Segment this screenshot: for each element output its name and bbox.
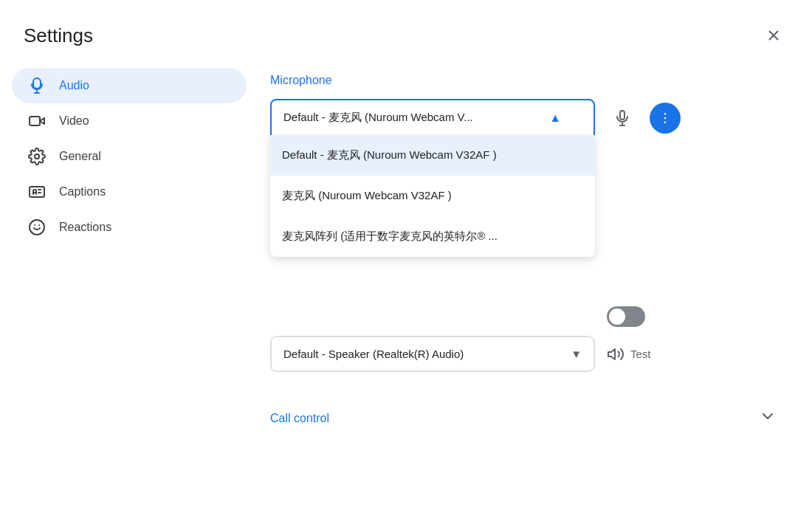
speaker-arrow-icon: ▼: [571, 348, 582, 360]
sidebar-item-audio[interactable]: Audio: [12, 68, 247, 103]
toggle-switch[interactable]: [607, 306, 645, 327]
call-control-chevron[interactable]: [759, 407, 777, 430]
sidebar-item-general[interactable]: General: [12, 139, 247, 174]
captions-icon: [27, 183, 47, 201]
sidebar-item-general-label: General: [59, 150, 101, 163]
gear-icon: [27, 148, 47, 165]
more-options-button[interactable]: [650, 103, 681, 134]
dropdown-item-2[interactable]: 麦克风阵列 (适用于数字麦克风的英特尔® ...: [270, 216, 595, 257]
settings-dialog: Settings Audio: [0, 0, 812, 524]
toggle-row: [270, 306, 777, 327]
dialog-header: Settings: [0, 0, 812, 56]
speaker-row: Default - Speaker (Realtek(R) Audio) ▼ T…: [270, 336, 777, 372]
svg-point-15: [664, 117, 667, 119]
sidebar-item-captions-label: Captions: [59, 185, 106, 199]
call-control-row: Call control: [270, 396, 777, 430]
main-content: Microphone Default - 麦克风 (Nuroum Webcam …: [258, 56, 812, 524]
svg-rect-2: [33, 78, 41, 89]
svg-rect-11: [620, 111, 625, 120]
sidebar: Audio Video: [0, 56, 258, 524]
video-icon: [27, 112, 47, 130]
svg-marker-17: [608, 349, 615, 359]
microphone-select[interactable]: Default - 麦克风 (Nuroum Webcam V... ▲: [270, 99, 595, 137]
call-control-title[interactable]: Call control: [270, 412, 329, 425]
speaker-select-wrapper: Default - Speaker (Realtek(R) Audio) ▼: [270, 336, 595, 372]
speaker-selected-value: Default - Speaker (Realtek(R) Audio): [283, 348, 464, 360]
speaker-section: Default - Speaker (Realtek(R) Audio) ▼ T…: [270, 336, 777, 372]
dialog-body: Audio Video: [0, 56, 812, 524]
audio-icon: [27, 77, 47, 94]
microphone-row: Default - 麦克风 (Nuroum Webcam V... ▲ Defa…: [270, 99, 777, 137]
sidebar-item-reactions-label: Reactions: [59, 221, 111, 234]
close-button[interactable]: [759, 21, 788, 50]
sidebar-item-audio-label: Audio: [59, 79, 89, 92]
microphone-mute-button[interactable]: [607, 103, 638, 134]
microphone-select-wrapper: Default - 麦克风 (Nuroum Webcam V... ▲ Defa…: [270, 99, 595, 137]
noise-cancel-toggle[interactable]: [607, 306, 645, 327]
toggle-knob: [609, 308, 625, 325]
microphone-arrow-icon: ▲: [549, 111, 561, 125]
svg-rect-5: [30, 117, 40, 125]
reactions-icon: [27, 218, 47, 236]
svg-point-16: [664, 121, 667, 123]
microphone-dropdown: Default - 麦克风 (Nuroum Webcam V32AF ) 麦克风…: [270, 135, 595, 257]
sidebar-item-video[interactable]: Video: [12, 103, 247, 139]
sidebar-item-reactions[interactable]: Reactions: [12, 210, 247, 245]
svg-point-8: [30, 220, 44, 235]
sidebar-item-captions[interactable]: Captions: [12, 174, 247, 210]
svg-point-14: [664, 112, 667, 114]
test-speaker-button[interactable]: Test: [607, 345, 651, 363]
svg-point-6: [35, 154, 39, 159]
dialog-title: Settings: [24, 24, 93, 47]
dropdown-item-0[interactable]: Default - 麦克风 (Nuroum Webcam V32AF ): [270, 135, 595, 176]
dropdown-item-1[interactable]: 麦克风 (Nuroum Webcam V32AF ): [270, 176, 595, 216]
sidebar-item-video-label: Video: [59, 114, 89, 128]
microphone-section-title: Microphone: [270, 74, 777, 87]
test-button-label: Test: [630, 348, 651, 360]
speaker-select[interactable]: Default - Speaker (Realtek(R) Audio) ▼: [271, 337, 594, 371]
microphone-selected-value: Default - 麦克风 (Nuroum Webcam V...: [283, 111, 473, 125]
